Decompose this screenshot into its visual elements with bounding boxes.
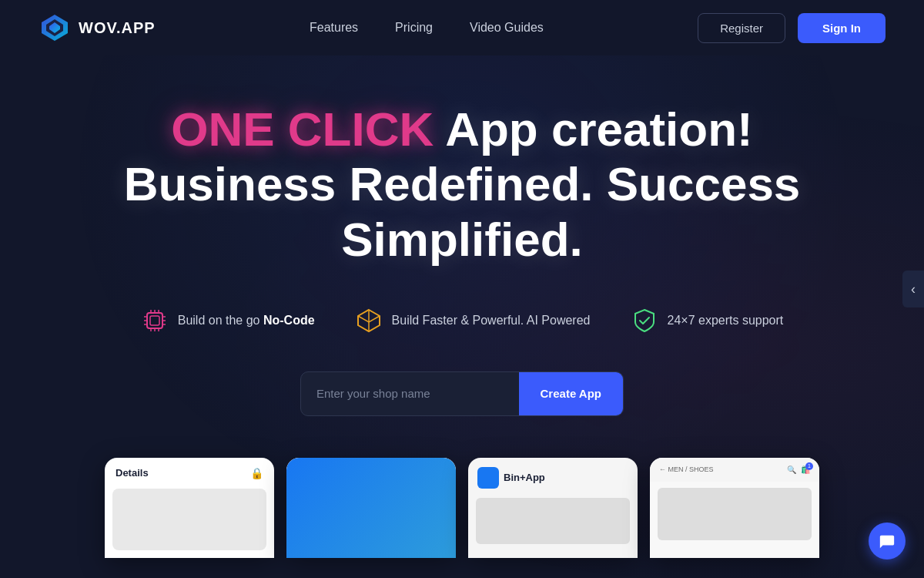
logo-text: WOV.APP: [79, 19, 156, 37]
preview-card-1: Details 🔒: [105, 458, 274, 558]
preview-shoes-actions: 🔍 🛍️ 1: [787, 465, 810, 474]
feature-ai-powered: Build Faster & Powerful. AI Powered: [355, 307, 591, 334]
svg-rect-3: [147, 313, 162, 328]
nav-actions: Register Sign In: [698, 13, 886, 43]
preview-card-4: ← MEN / SHOES 🔍 🛍️ 1: [650, 458, 819, 558]
feature-no-code-text: Build on the go No-Code: [178, 314, 315, 328]
logo-icon: [38, 12, 71, 44]
chat-widget[interactable]: [869, 523, 906, 560]
box-icon: [355, 307, 383, 334]
register-button[interactable]: Register: [698, 13, 785, 43]
shop-name-input[interactable]: [301, 372, 519, 415]
create-app-button[interactable]: Create App: [519, 372, 623, 415]
signin-button[interactable]: Sign In: [798, 13, 886, 43]
nav-video-guides[interactable]: Video Guides: [470, 21, 544, 35]
feature-ai-text: Build Faster & Powerful. AI Powered: [392, 314, 591, 328]
preview-shoes-header: ← MEN / SHOES 🔍 🛍️ 1: [650, 458, 819, 482]
hero-title-rest: App creation!: [434, 102, 753, 156]
nav-pricing[interactable]: Pricing: [395, 21, 433, 35]
hero-subtitle: Business Redefined. Success Simplified.: [124, 157, 801, 265]
logo-area: WOV.APP: [38, 12, 156, 44]
features-row: Build on the go No-Code Build Faster & P…: [141, 307, 784, 334]
preview-details-label: Details: [116, 467, 149, 479]
navbar: WOV.APP Features Pricing Video Guides Re…: [0, 0, 924, 55]
cart-badge: 1: [805, 462, 813, 470]
preview-lock-icon: 🔒: [250, 467, 263, 479]
preview-card-2: [286, 458, 456, 558]
shield-icon: [631, 307, 658, 334]
cpu-icon: [141, 307, 169, 334]
feature-support: 24×7 experts support: [631, 307, 784, 334]
nav-features[interactable]: Features: [310, 21, 358, 35]
preview-blue-bg: [286, 458, 456, 558]
cart-icon: 🛍️ 1: [801, 465, 810, 474]
nav-links: Features Pricing Video Guides: [310, 21, 544, 35]
feature-support-text: 24×7 experts support: [668, 314, 784, 328]
preview-breadcrumb: ← MEN / SHOES: [659, 465, 714, 473]
preview-details: Details 🔒: [105, 458, 274, 489]
hero-title-highlight: ONE CLICK: [171, 102, 434, 156]
preview-card-3: Bin+App: [468, 458, 638, 558]
side-arrow[interactable]: ‹: [902, 271, 924, 307]
svg-rect-4: [150, 316, 159, 325]
feature-no-code: Build on the go No-Code: [141, 307, 315, 334]
side-arrow-icon: ‹: [911, 281, 916, 297]
chat-icon: [879, 533, 896, 549]
hero-section: ONE CLICK App creation! Business Redefin…: [0, 55, 924, 558]
hero-title: ONE CLICK App creation! Business Redefin…: [116, 102, 808, 267]
app-previews: Details 🔒 Bin+App: [99, 458, 825, 558]
cta-input-area: Create App: [300, 371, 624, 416]
search-icon: 🔍: [787, 465, 796, 474]
